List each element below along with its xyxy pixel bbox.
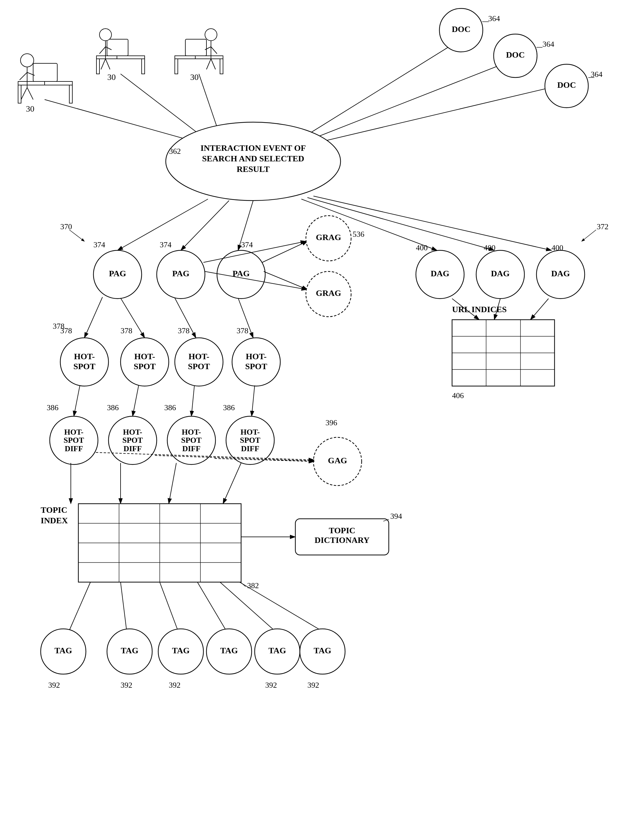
- tag3-label: TAG: [172, 646, 190, 655]
- hsd3-label-2: SPOT: [181, 436, 202, 445]
- topic-index-ref: 382: [247, 581, 259, 590]
- svg-rect-6: [33, 63, 57, 81]
- pag2-ref: 374: [160, 240, 172, 249]
- hs1-to-hsd1-line: [74, 385, 80, 416]
- pag1-to-hs1-line: [84, 297, 102, 338]
- tag3-ref: 392: [169, 681, 181, 690]
- doc2-to-event-line: [289, 60, 512, 148]
- grag1-label: GRAG: [316, 232, 341, 242]
- svg-line-37: [206, 59, 211, 69]
- hsd4-to-topic-line: [223, 463, 241, 504]
- svg-line-14: [27, 87, 33, 99]
- svg-point-21: [99, 28, 112, 41]
- hsd1-area-ref: 386: [47, 403, 58, 412]
- hotspot3-label-1: HOT-: [189, 352, 210, 361]
- hs2-to-hsd2-line: [132, 385, 139, 416]
- pag3-to-grag2-line: [264, 272, 307, 289]
- doc3-to-event-line: [295, 84, 564, 148]
- hotspot1-label-1: HOT-: [74, 352, 95, 361]
- user-figure-2: 30: [96, 28, 145, 82]
- pag2-label: PAG: [172, 269, 189, 278]
- hotspot4-label-2: SPOT: [245, 362, 267, 371]
- svg-rect-16: [96, 59, 99, 74]
- svg-rect-15: [96, 56, 145, 59]
- svg-line-36: [211, 47, 217, 54]
- user-figure-1: 30: [18, 54, 72, 114]
- topic-dict-label-1: TOPIC: [329, 526, 355, 535]
- dag1-label: DAG: [431, 269, 449, 278]
- hs4-ref: 378: [236, 326, 248, 335]
- hsd4-label-3: DIFF: [241, 444, 260, 453]
- dag3-to-url-line: [530, 298, 548, 320]
- user-ref-3: 30: [190, 73, 199, 82]
- hotspot2-label-1: HOT-: [134, 352, 155, 361]
- topic-to-tag2-line: [121, 582, 126, 630]
- hsd2-area-ref: 386: [107, 403, 119, 412]
- svg-rect-3: [18, 81, 72, 85]
- dag3-label: DAG: [551, 269, 570, 278]
- hsd3-area-ref: 386: [164, 403, 176, 412]
- tag1-ref: 392: [48, 681, 60, 690]
- diagram-container: 30 30 30: [0, 0, 635, 840]
- svg-point-33: [205, 28, 217, 41]
- user-ref-1: 30: [26, 104, 35, 114]
- dag1-ref: 400: [416, 243, 428, 252]
- svg-line-42: [69, 230, 84, 241]
- tag5-ref: 392: [265, 681, 277, 690]
- interaction-event-label-2: SEARCH AND SELECTED: [202, 154, 304, 163]
- grag1-ref: 536: [353, 230, 364, 238]
- hs2-ref: 378: [121, 326, 132, 335]
- pag3-ref: 374: [241, 240, 253, 249]
- pag1-label: PAG: [109, 269, 126, 278]
- dag3-ref: 400: [551, 243, 563, 252]
- dag2-label: DAG: [491, 269, 510, 278]
- hsd2-label-2: SPOT: [122, 436, 143, 445]
- svg-line-13: [21, 87, 27, 99]
- svg-rect-5: [69, 85, 72, 103]
- hsd3-label-3: DIFF: [182, 444, 201, 453]
- svg-rect-28: [175, 59, 178, 74]
- hs4-to-hsd4-line: [252, 385, 255, 416]
- hsd4-label-1: HOT-: [241, 428, 260, 436]
- tag1-label: TAG: [55, 646, 72, 655]
- svg-line-11: [20, 73, 27, 80]
- hsd4-area-ref: 386: [223, 403, 235, 412]
- topic-to-tag6-line: [240, 582, 321, 630]
- hs3-to-hsd3-line: [191, 385, 194, 416]
- tag6-ref: 392: [307, 681, 319, 690]
- tag6-label: TAG: [314, 646, 331, 655]
- svg-rect-27: [175, 56, 223, 59]
- gag-ref: 396: [326, 418, 337, 427]
- tag5-label: TAG: [268, 646, 286, 655]
- pag3-to-grag1-line: [262, 241, 307, 262]
- topic-dict-ref: 394: [390, 512, 402, 521]
- hsd2-label-3: DIFF: [124, 444, 142, 453]
- gag-label: GAG: [328, 456, 347, 465]
- tag4-label: TAG: [220, 646, 238, 655]
- topic-to-tag1-line: [69, 582, 90, 630]
- hotspot3-label-2: SPOT: [188, 362, 210, 371]
- user-ref-2: 30: [107, 73, 116, 82]
- interaction-event-label-1: INTERACTION EVENT OF: [200, 143, 306, 153]
- svg-rect-17: [142, 59, 145, 74]
- pag-area-ref: 370: [60, 222, 72, 231]
- pag1-ref: 374: [93, 240, 105, 249]
- svg-line-43: [581, 230, 596, 241]
- svg-rect-30: [185, 39, 206, 56]
- dag2-ref: 400: [484, 243, 495, 252]
- topic-to-tag4-line: [197, 582, 226, 630]
- topic-to-tag3-line: [160, 582, 178, 630]
- svg-rect-29: [220, 59, 223, 74]
- url-indices-ref: 406: [452, 391, 464, 400]
- svg-point-9: [20, 54, 34, 67]
- hs3-ref: 378: [178, 326, 189, 335]
- doc3-label: DOC: [557, 80, 576, 90]
- svg-line-38: [211, 59, 216, 69]
- topic-index-label: TOPIC: [41, 505, 67, 515]
- tag2-label: TAG: [121, 646, 139, 655]
- hsd4-label-2: SPOT: [240, 436, 260, 445]
- svg-rect-4: [18, 85, 21, 103]
- svg-line-26: [106, 59, 110, 69]
- svg-line-25: [101, 59, 106, 69]
- hsd1-label-2: SPOT: [64, 436, 84, 445]
